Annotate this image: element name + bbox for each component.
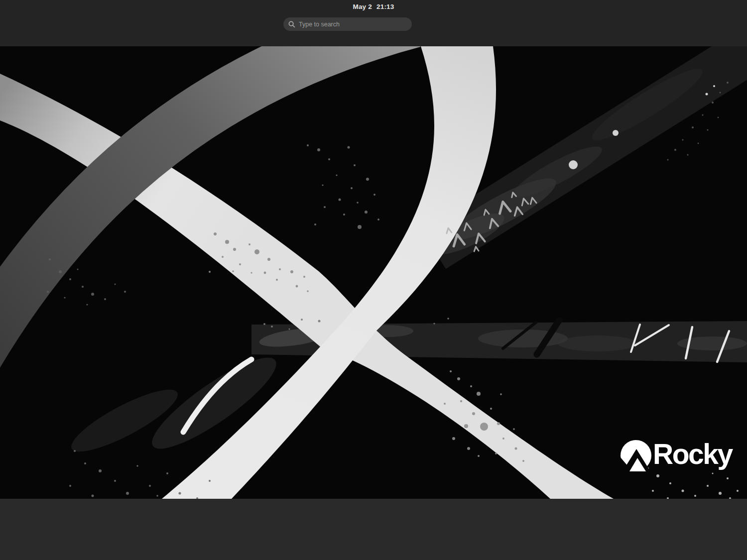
bottom-bar bbox=[0, 499, 747, 560]
search-input[interactable] bbox=[295, 17, 412, 31]
rocky-logo-icon bbox=[621, 440, 651, 471]
search-icon bbox=[288, 21, 295, 28]
clock-time: 21:13 bbox=[376, 3, 394, 10]
clock-date: May 2 bbox=[353, 3, 372, 10]
top-bar: May 2 21:13 bbox=[0, 0, 747, 46]
clock[interactable]: May 2 21:13 bbox=[0, 2, 747, 11]
gnome-overview-screen: May 2 21:13 bbox=[0, 0, 747, 560]
search-bar[interactable] bbox=[283, 17, 412, 31]
wallpaper bbox=[0, 46, 747, 499]
rocky-logo-text: Rocky bbox=[653, 440, 732, 468]
